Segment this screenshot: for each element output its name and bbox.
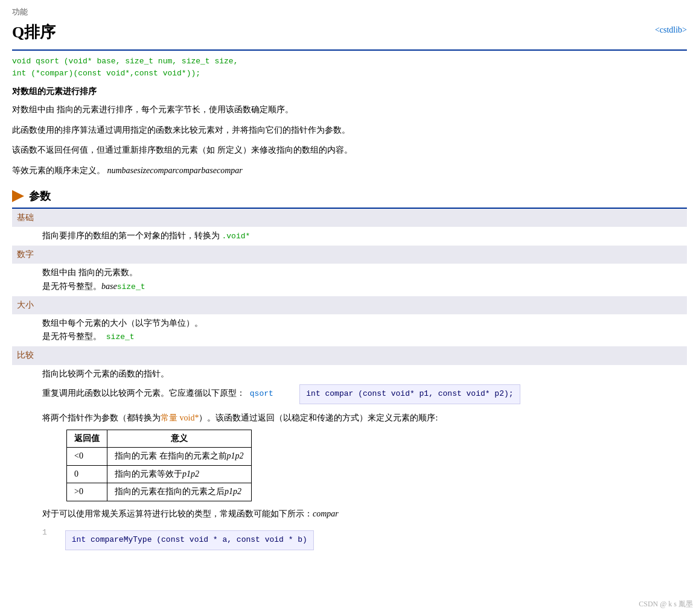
desc1: 对数组中由 指向的元素进行排序，每个元素字节长，使用该函数确定顺序。 (12, 103, 687, 117)
section-icon (12, 190, 24, 202)
param-row-base-header: 基础 (12, 209, 687, 227)
params-section-header: 参数 (12, 188, 687, 209)
returns-table: 返回值 意义 <0 指向的元素 在指向的元素之前p1p2 0 指向的元素等效于p… (66, 430, 252, 501)
svg-marker-0 (12, 190, 24, 202)
param-row-size-desc: 数组中每个元素的大小（以字节为单位）。 是无符号整型。 size_t (12, 314, 687, 346)
page-title: Q排序 (12, 20, 56, 45)
desc3: 该函数不返回任何值，但通过重新排序数组的元素（如 所定义）来修改指向的数组的内容… (12, 143, 687, 157)
params-table: 基础 指向要排序的数组的第一个对象的指针，转换为 .void* 数字 数组中由 … (12, 209, 687, 556)
param-row-size-header: 大小 (12, 296, 687, 314)
params-section-title: 参数 (29, 188, 51, 205)
param-row-compar-header: 比较 (12, 346, 687, 364)
breadcrumb: 功能 (12, 6, 687, 19)
table-row: <0 指向的元素 在指向的元素之前p1p2 (67, 448, 252, 465)
header-divider (12, 49, 687, 51)
header-lib: <cstdlib> (655, 24, 687, 37)
param-row-num-desc: 数组中由 指向的元素数。 是无符号整型。basesize_t (12, 264, 687, 296)
desc2: 此函数使用的排序算法通过调用指定的函数来比较元素对，并将指向它们的指针作为参数。 (12, 123, 687, 138)
col-header-return: 返回值 (67, 430, 107, 448)
bottom-code-container: 1 int compareMyType (const void * a, con… (42, 527, 682, 554)
desc4: 等效元素的顺序未定义。 numbasesizecomparcomparbasec… (12, 164, 687, 178)
table-row: 0 指向的元素等效于p1p2 (67, 465, 252, 483)
bold-title: 对数组的元素进行排序 (12, 85, 687, 98)
col-header-meaning: 意义 (107, 430, 252, 448)
table-row: >0 指向的元素在指向的元素之后p1p2 (67, 483, 252, 501)
param-row-base-desc: 指向要排序的数组的第一个对象的指针，转换为 .void* (12, 227, 687, 246)
param-row-compar-desc: 指向比较两个元素的函数的指针。 重复调用此函数以比较两个元素。它应遵循以下原型：… (12, 365, 687, 556)
param-row-num-header: 数字 (12, 246, 687, 264)
bottom-code-block: int compareMyType (const void * a, const… (65, 530, 314, 550)
code-compar-block: int compar (const void* p1, const void* … (299, 384, 520, 404)
function-signature: void qsort (void* base, size_t num, size… (12, 56, 687, 79)
